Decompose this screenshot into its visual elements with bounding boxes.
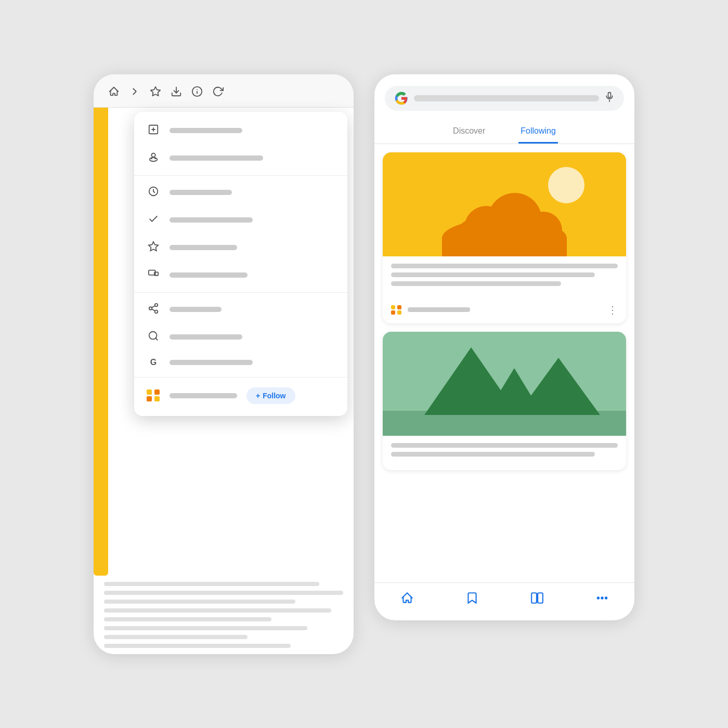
dot2 <box>154 389 160 395</box>
page-line <box>104 635 248 639</box>
menu-item-new-tab[interactable] <box>134 117 347 145</box>
page-background: G + <box>108 108 354 576</box>
nav-more-icon[interactable] <box>595 591 609 608</box>
bookmarks-icon <box>147 241 160 255</box>
menu-divider <box>134 175 347 176</box>
feed-area: ⋮ <box>374 144 634 582</box>
page-line <box>104 644 291 648</box>
follow-label: Follow <box>263 392 285 400</box>
refresh-icon[interactable] <box>212 86 224 100</box>
search-input[interactable] <box>414 95 599 101</box>
search-bar[interactable] <box>385 86 624 111</box>
menu-item-bookmarks[interactable] <box>134 234 347 262</box>
tabs-row: Discover Following <box>374 117 634 144</box>
context-menu: G + <box>134 112 347 416</box>
bottom-nav <box>374 582 634 620</box>
page-line <box>104 626 307 630</box>
menu-divider <box>134 377 347 378</box>
page-line <box>104 608 331 613</box>
dot3 <box>147 396 152 401</box>
menu-item-translate[interactable]: G <box>134 351 347 374</box>
svg-point-17 <box>149 307 152 310</box>
card-dot1 <box>391 305 395 309</box>
menu-divider <box>134 292 347 293</box>
page-line <box>104 582 319 586</box>
yellow-bookmark-bar <box>94 108 108 576</box>
menu-item-find[interactable] <box>134 323 347 351</box>
svg-marker-13 <box>149 241 158 250</box>
nav-home-icon[interactable] <box>400 591 414 608</box>
menu-item-follow[interactable]: + Follow <box>134 381 347 411</box>
card-line <box>391 281 561 286</box>
weather-card-content <box>383 256 626 300</box>
menu-item-label <box>170 245 237 250</box>
card-text-lines <box>391 264 618 286</box>
google-logo <box>394 91 409 106</box>
menu-item-label <box>170 217 253 223</box>
card-dot3 <box>391 310 395 315</box>
card-landscape <box>383 332 626 470</box>
star-icon[interactable] <box>150 86 161 100</box>
landscape-card-image <box>383 332 626 436</box>
card-line <box>391 272 595 277</box>
menu-item-label <box>170 190 232 195</box>
card-line <box>391 264 618 268</box>
menu-item-label <box>170 307 222 312</box>
card-source-line <box>408 307 470 312</box>
dot4 <box>154 396 160 401</box>
follow-button[interactable]: + Follow <box>246 387 295 404</box>
page-line <box>104 591 343 595</box>
svg-line-22 <box>155 338 158 340</box>
svg-rect-31 <box>531 593 537 603</box>
menu-item-devices[interactable] <box>134 262 347 289</box>
follow-source-label <box>170 393 237 398</box>
follow-source-icon <box>147 389 160 401</box>
main-container: G + <box>94 74 634 654</box>
card-weather: ⋮ <box>383 152 626 323</box>
svg-point-18 <box>155 310 158 313</box>
svg-rect-23 <box>608 93 611 98</box>
menu-item-history[interactable] <box>134 179 347 206</box>
svg-point-34 <box>601 597 603 599</box>
svg-point-10 <box>151 158 153 159</box>
nav-bookmarks-icon[interactable] <box>465 591 479 608</box>
microphone-icon[interactable] <box>604 92 615 105</box>
home-icon[interactable] <box>108 86 120 100</box>
browser-toolbar <box>94 74 354 108</box>
card-text-lines <box>391 443 618 457</box>
info-icon[interactable] <box>191 86 203 100</box>
downloads-icon <box>147 213 160 227</box>
svg-line-20 <box>152 305 155 307</box>
menu-item-downloads[interactable] <box>134 206 347 234</box>
left-phone: G + <box>94 74 354 654</box>
find-icon <box>147 330 160 344</box>
svg-rect-32 <box>538 593 543 603</box>
svg-point-11 <box>154 158 157 159</box>
card-line <box>391 452 595 457</box>
card-footer: ⋮ <box>383 300 626 323</box>
svg-line-19 <box>152 309 155 311</box>
page-line <box>104 617 271 621</box>
menu-item-label <box>170 360 253 365</box>
tab-following[interactable]: Following <box>518 121 558 144</box>
menu-item-incognito[interactable] <box>134 145 347 172</box>
right-phone: Discover Following <box>374 74 634 620</box>
devices-icon <box>147 268 160 282</box>
nav-cards-icon[interactable] <box>530 591 544 608</box>
download-icon[interactable] <box>171 86 182 100</box>
left-content-area: G + <box>94 108 354 576</box>
menu-item-label <box>170 272 248 278</box>
card-more-button[interactable]: ⋮ <box>607 304 618 316</box>
forward-icon[interactable] <box>129 86 140 100</box>
follow-plus-icon: + <box>256 392 260 400</box>
tab-discover[interactable]: Discover <box>451 121 487 144</box>
svg-point-33 <box>597 597 599 599</box>
svg-point-8 <box>151 153 155 157</box>
card-dot4 <box>397 310 401 315</box>
menu-item-share[interactable] <box>134 296 347 323</box>
weather-card-image <box>383 152 626 256</box>
incognito-icon <box>147 151 160 165</box>
translate-icon: G <box>147 358 160 367</box>
menu-item-label <box>170 155 263 161</box>
card-line <box>391 443 618 448</box>
